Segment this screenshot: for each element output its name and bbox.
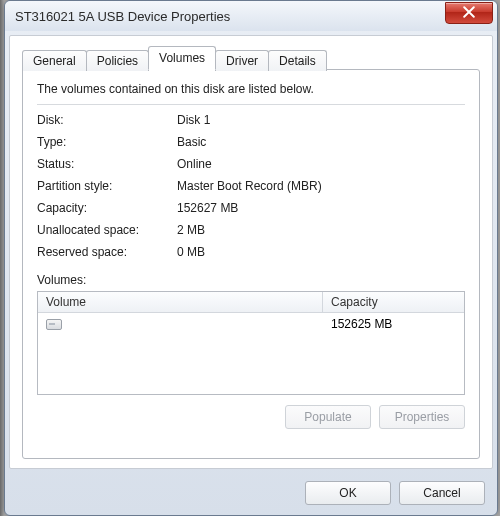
value-reserved: 0 MB [177, 245, 465, 259]
disk-properties-grid: Disk: Disk 1 Type: Basic Status: Online … [37, 113, 465, 259]
dialog-button-row: OK Cancel [5, 473, 497, 515]
label-volumes: Volumes: [37, 273, 465, 287]
value-unallocated: 2 MB [177, 223, 465, 237]
close-icon [463, 6, 475, 21]
label-partition-style: Partition style: [37, 179, 177, 193]
value-disk: Disk 1 [177, 113, 465, 127]
volumes-list[interactable]: Volume Capacity 152625 MB [37, 291, 465, 395]
tab-details[interactable]: Details [268, 50, 327, 71]
column-header-capacity[interactable]: Capacity [323, 292, 464, 312]
value-status: Online [177, 157, 465, 171]
tab-general[interactable]: General [22, 50, 87, 71]
intro-text: The volumes contained on this disk are l… [37, 82, 465, 96]
cancel-button[interactable]: Cancel [399, 481, 485, 505]
tab-strip: General Policies Volumes Driver Details [22, 46, 480, 70]
cell-capacity: 152625 MB [323, 315, 464, 333]
ok-button[interactable]: OK [305, 481, 391, 505]
value-capacity: 152627 MB [177, 201, 465, 215]
tab-panel-volumes: The volumes contained on this disk are l… [22, 69, 480, 459]
populate-button[interactable]: Populate [285, 405, 371, 429]
tab-policies[interactable]: Policies [86, 50, 149, 71]
list-header: Volume Capacity [38, 292, 464, 313]
drive-icon [46, 319, 62, 330]
tab-driver[interactable]: Driver [215, 50, 269, 71]
close-button[interactable] [445, 2, 493, 24]
list-row[interactable]: 152625 MB [38, 313, 464, 335]
window-title: ST316021 5A USB Device Properties [15, 9, 445, 24]
label-disk: Disk: [37, 113, 177, 127]
tab-volumes[interactable]: Volumes [148, 46, 216, 70]
titlebar: ST316021 5A USB Device Properties [5, 1, 497, 31]
label-capacity: Capacity: [37, 201, 177, 215]
label-unallocated: Unallocated space: [37, 223, 177, 237]
value-type: Basic [177, 135, 465, 149]
value-partition-style: Master Boot Record (MBR) [177, 179, 465, 193]
cell-volume [38, 315, 323, 333]
label-status: Status: [37, 157, 177, 171]
separator [37, 104, 465, 105]
properties-button[interactable]: Properties [379, 405, 465, 429]
properties-dialog: ST316021 5A USB Device Properties Genera… [4, 0, 498, 516]
column-header-volume[interactable]: Volume [38, 292, 323, 312]
panel-button-row: Populate Properties [37, 405, 465, 429]
dialog-body: General Policies Volumes Driver Details … [9, 35, 493, 469]
label-type: Type: [37, 135, 177, 149]
label-reserved: Reserved space: [37, 245, 177, 259]
